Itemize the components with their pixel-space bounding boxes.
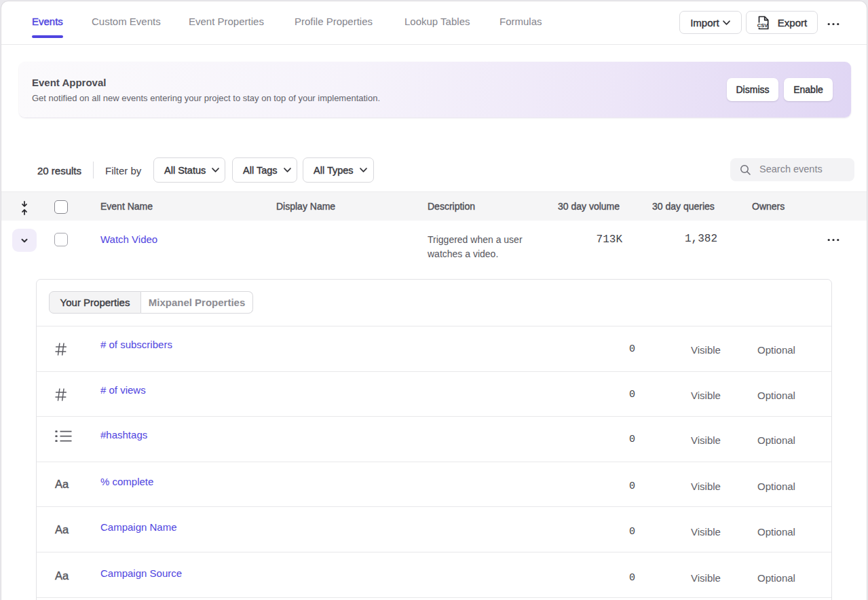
svg-text:CSV: CSV [757,22,768,29]
